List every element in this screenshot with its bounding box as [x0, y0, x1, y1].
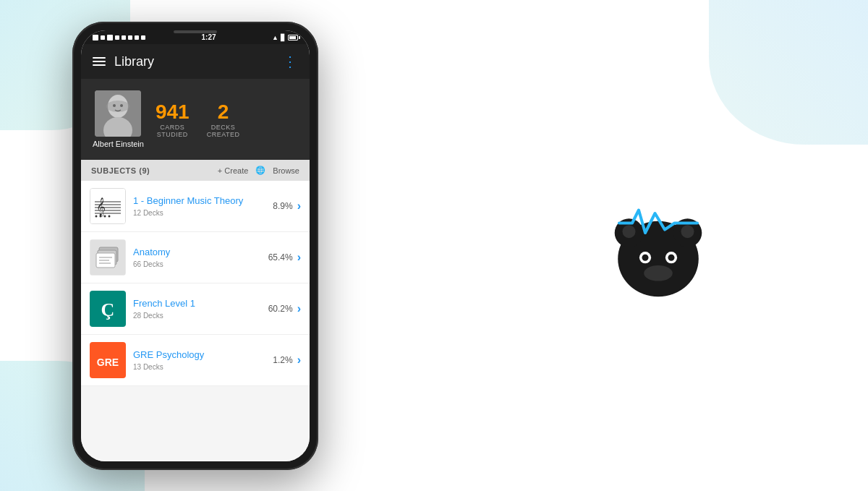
email-status-icon — [107, 35, 113, 40]
mascot-area — [593, 174, 723, 304]
chevron-right-anatomy: › — [297, 251, 301, 264]
stats-container: 941 CARDS STUDIED 2 DECKS CREATED — [156, 101, 240, 138]
phone-notch — [174, 30, 217, 33]
subject-decks-french: 28 Decks — [133, 312, 268, 320]
subject-info-anatomy: Anatomy 66 Decks — [133, 247, 268, 268]
subject-icon-french: Ç — [90, 291, 126, 327]
signal-icon: ▊ — [281, 34, 286, 41]
svg-point-15 — [104, 215, 106, 218]
hamburger-line-3 — [93, 64, 106, 66]
subjects-list: 𝄞 1 - Beginner Music Theory 12 Decks — [81, 181, 310, 461]
svg-point-36 — [668, 254, 675, 260]
status-left-icons — [93, 35, 145, 40]
subjects-header: SUBJECTS (9) + Create 🌐 Browse — [81, 160, 310, 181]
subject-meta-anatomy: 65.4% › — [268, 251, 301, 264]
music-icon-svg: 𝄞 — [90, 189, 125, 223]
avatar-svg — [95, 90, 141, 137]
wifi-icon: ▲ — [272, 34, 278, 41]
dl3-icon — [128, 35, 132, 40]
status-right-icons: ▲ ▊ — [272, 34, 298, 41]
subject-name-music: 1 - Beginner Music Theory — [133, 195, 273, 208]
french-icon-svg: Ç — [90, 291, 125, 326]
notification-icon — [93, 35, 98, 40]
cards-studied-label1: CARDS — [156, 124, 190, 131]
svg-point-16 — [109, 215, 111, 218]
svg-point-31 — [623, 225, 636, 238]
cards-studied-number: 941 — [156, 101, 190, 124]
chevron-right-music: › — [297, 200, 301, 213]
svg-text:Ç: Ç — [101, 299, 115, 320]
hamburger-line-2 — [93, 61, 106, 62]
subject-icon-gre: GRE — [90, 342, 126, 378]
user-avatar-container: Albert Einstein — [93, 90, 144, 148]
svg-point-3 — [106, 101, 129, 112]
header-title: Library — [114, 54, 274, 69]
subject-item-gre[interactable]: GRE GRE Psychology 13 Decks 1.2% › — [81, 335, 310, 386]
avatar-image — [95, 90, 141, 137]
user-profile-section: Albert Einstein 941 CARDS STUDIED 2 DECK… — [81, 79, 310, 160]
bg-decoration-topright — [709, 0, 868, 145]
subject-meta-gre: 1.2% › — [273, 354, 301, 367]
more-options-button[interactable]: ⋮ — [283, 53, 298, 70]
gre-icon-svg: GRE — [90, 343, 125, 377]
phone-mockup: 1:27 ▲ ▊ Library ⋮ — [72, 22, 318, 470]
chevron-right-french: › — [297, 302, 301, 315]
subject-pct-french: 60.2% — [268, 304, 293, 314]
subject-name-anatomy: Anatomy — [133, 247, 268, 259]
subject-pct-music: 8.9% — [273, 201, 292, 211]
dl1-icon — [115, 35, 119, 40]
subject-decks-music: 12 Decks — [133, 209, 273, 217]
dl4-icon — [135, 35, 139, 40]
decks-created-label2: CREATED — [207, 131, 240, 138]
browse-button[interactable]: Browse — [273, 166, 299, 175]
svg-point-13 — [95, 215, 98, 218]
svg-point-37 — [644, 265, 673, 281]
subject-info-gre: GRE Psychology 13 Decks — [133, 349, 273, 371]
subject-pct-anatomy: 65.4% — [268, 252, 293, 262]
subject-icon-anatomy — [90, 239, 126, 276]
subject-item-french[interactable]: Ç French Level 1 28 Decks 60.2% › — [81, 283, 310, 335]
cards-studied-label2: STUDIED — [156, 131, 190, 138]
create-button[interactable]: + Create — [218, 166, 249, 175]
subject-decks-anatomy: 66 Decks — [133, 260, 268, 268]
subjects-count-label: SUBJECTS (9) — [91, 166, 150, 175]
subject-info-french: French Level 1 28 Decks — [133, 298, 268, 320]
anatomy-icon-svg — [90, 240, 125, 275]
svg-point-5 — [120, 104, 123, 107]
globe-icon: 🌐 — [255, 166, 265, 175]
phone-frame: 1:27 ▲ ▊ Library ⋮ — [72, 22, 318, 470]
user-avatar — [95, 90, 141, 137]
subjects-actions: + Create 🌐 Browse — [218, 166, 299, 175]
chevron-right-gre: › — [297, 354, 301, 367]
subject-info-music: 1 - Beginner Music Theory 12 Decks — [133, 195, 273, 217]
app-header: Library ⋮ — [81, 44, 310, 79]
hamburger-menu-button[interactable] — [93, 57, 106, 66]
search-status-icon — [101, 35, 105, 40]
brainscape-mascot-logo — [593, 174, 723, 304]
dl2-icon — [122, 35, 126, 40]
subject-decks-gre: 13 Decks — [133, 363, 273, 371]
subject-name-french: French Level 1 — [133, 298, 268, 310]
svg-text:𝄞: 𝄞 — [96, 197, 106, 217]
user-name: Albert Einstein — [93, 140, 144, 148]
subject-item-music[interactable]: 𝄞 1 - Beginner Music Theory 12 Decks — [81, 181, 310, 232]
cards-studied-stat: 941 CARDS STUDIED — [156, 101, 190, 138]
subject-meta-music: 8.9% › — [273, 200, 301, 213]
decks-created-number: 2 — [207, 101, 240, 124]
phone-screen: 1:27 ▲ ▊ Library ⋮ — [81, 30, 310, 461]
svg-point-32 — [681, 225, 694, 238]
svg-point-35 — [642, 254, 649, 260]
subject-name-gre: GRE Psychology — [133, 349, 273, 362]
hamburger-line-1 — [93, 57, 106, 59]
decks-created-label1: DECKS — [207, 124, 240, 131]
battery-icon — [288, 35, 298, 40]
svg-point-14 — [100, 215, 102, 218]
subject-pct-gre: 1.2% — [273, 355, 292, 365]
subject-meta-french: 60.2% › — [268, 302, 301, 315]
status-time: 1:27 — [202, 33, 216, 41]
dl5-icon — [141, 35, 145, 40]
decks-created-stat: 2 DECKS CREATED — [207, 101, 240, 138]
svg-text:GRE: GRE — [97, 356, 119, 368]
subject-icon-music: 𝄞 — [90, 188, 126, 224]
subject-item-anatomy[interactable]: Anatomy 66 Decks 65.4% › — [81, 232, 310, 283]
